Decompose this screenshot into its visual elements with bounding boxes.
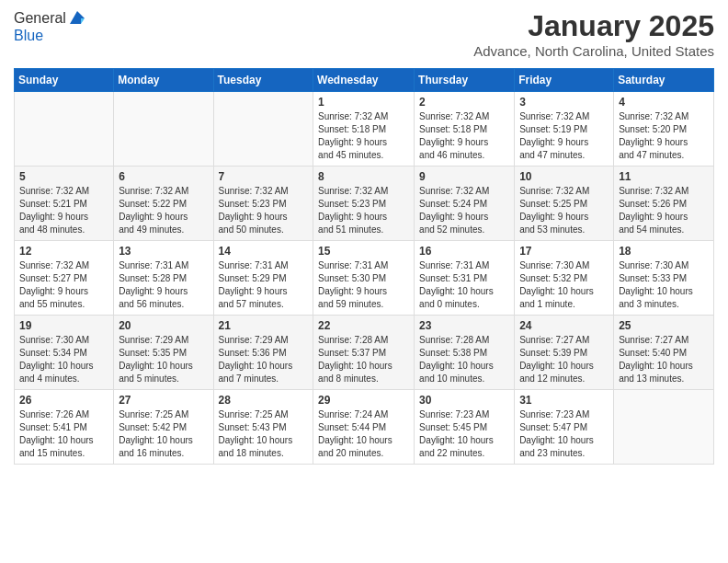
calendar-cell: 16Sunrise: 7:31 AM Sunset: 5:31 PM Dayli… [415,241,515,316]
weekday-header-wednesday: Wednesday [313,69,415,92]
weekday-header-sunday: Sunday [15,69,114,92]
day-number: 9 [419,170,509,183]
logo: General Blue [14,9,86,44]
day-number: 14 [219,245,309,258]
day-number: 6 [119,170,208,183]
calendar-cell: 3Sunrise: 7:32 AM Sunset: 5:19 PM Daylig… [515,92,614,167]
calendar-cell: 22Sunrise: 7:28 AM Sunset: 5:37 PM Dayli… [313,316,415,390]
day-number: 10 [519,170,609,183]
location-text: Advance, North Carolina, United States [473,43,714,59]
calendar-cell: 30Sunrise: 7:23 AM Sunset: 5:45 PM Dayli… [415,390,515,465]
page-container: General Blue January 2025 Advance, North… [0,0,728,474]
day-number: 30 [419,394,509,407]
calendar-cell: 20Sunrise: 7:29 AM Sunset: 5:35 PM Dayli… [114,316,213,390]
calendar-table: SundayMondayTuesdayWednesdayThursdayFrid… [14,68,714,465]
calendar-cell: 12Sunrise: 7:32 AM Sunset: 5:27 PM Dayli… [15,241,114,316]
day-number: 1 [318,96,409,109]
weekday-header-saturday: Saturday [614,69,714,92]
day-info: Sunrise: 7:23 AM Sunset: 5:47 PM Dayligh… [519,408,609,460]
calendar-cell [213,92,313,167]
calendar-week-3: 12Sunrise: 7:32 AM Sunset: 5:27 PM Dayli… [15,241,714,316]
calendar-cell: 18Sunrise: 7:30 AM Sunset: 5:33 PM Dayli… [614,241,714,316]
calendar-cell: 15Sunrise: 7:31 AM Sunset: 5:30 PM Dayli… [313,241,415,316]
day-number: 31 [519,394,609,407]
day-info: Sunrise: 7:26 AM Sunset: 5:41 PM Dayligh… [19,408,108,460]
weekday-header-friday: Friday [515,69,614,92]
day-number: 25 [619,319,709,332]
weekday-header-row: SundayMondayTuesdayWednesdayThursdayFrid… [15,69,714,92]
day-number: 28 [219,394,309,407]
calendar-cell: 31Sunrise: 7:23 AM Sunset: 5:47 PM Dayli… [515,390,614,465]
calendar-cell: 2Sunrise: 7:32 AM Sunset: 5:18 PM Daylig… [415,92,515,167]
day-info: Sunrise: 7:32 AM Sunset: 5:18 PM Dayligh… [419,110,509,162]
day-info: Sunrise: 7:23 AM Sunset: 5:45 PM Dayligh… [419,408,509,460]
day-number: 12 [19,245,108,258]
day-info: Sunrise: 7:32 AM Sunset: 5:23 PM Dayligh… [219,185,309,236]
day-number: 21 [219,319,309,332]
calendar-week-2: 5Sunrise: 7:32 AM Sunset: 5:21 PM Daylig… [15,167,714,241]
calendar-cell [15,92,114,167]
calendar-cell: 17Sunrise: 7:30 AM Sunset: 5:32 PM Dayli… [515,241,614,316]
day-info: Sunrise: 7:32 AM Sunset: 5:22 PM Dayligh… [119,185,208,236]
day-number: 26 [19,394,108,407]
day-number: 19 [19,319,108,332]
calendar-cell: 25Sunrise: 7:27 AM Sunset: 5:40 PM Dayli… [614,316,714,390]
day-number: 13 [119,245,208,258]
calendar-cell: 19Sunrise: 7:30 AM Sunset: 5:34 PM Dayli… [15,316,114,390]
calendar-cell: 13Sunrise: 7:31 AM Sunset: 5:28 PM Dayli… [114,241,213,316]
day-info: Sunrise: 7:25 AM Sunset: 5:43 PM Dayligh… [219,408,309,460]
day-info: Sunrise: 7:31 AM Sunset: 5:28 PM Dayligh… [119,259,208,311]
day-number: 16 [419,245,509,258]
day-info: Sunrise: 7:32 AM Sunset: 5:26 PM Dayligh… [619,185,709,236]
calendar-cell: 23Sunrise: 7:28 AM Sunset: 5:38 PM Dayli… [415,316,515,390]
calendar-cell: 5Sunrise: 7:32 AM Sunset: 5:21 PM Daylig… [15,167,114,241]
day-info: Sunrise: 7:32 AM Sunset: 5:24 PM Dayligh… [419,185,509,236]
title-block: January 2025 Advance, North Carolina, Un… [473,9,714,59]
calendar-cell: 7Sunrise: 7:32 AM Sunset: 5:23 PM Daylig… [213,167,313,241]
day-number: 20 [119,319,208,332]
day-info: Sunrise: 7:29 AM Sunset: 5:36 PM Dayligh… [219,334,309,385]
calendar-cell: 29Sunrise: 7:24 AM Sunset: 5:44 PM Dayli… [313,390,415,465]
svg-marker-1 [81,18,85,24]
logo-icon [68,9,86,28]
day-info: Sunrise: 7:32 AM Sunset: 5:20 PM Dayligh… [619,110,709,162]
day-info: Sunrise: 7:30 AM Sunset: 5:32 PM Dayligh… [519,259,609,311]
calendar-cell: 9Sunrise: 7:32 AM Sunset: 5:24 PM Daylig… [415,167,515,241]
day-info: Sunrise: 7:27 AM Sunset: 5:40 PM Dayligh… [619,334,709,385]
calendar-cell [614,390,714,465]
day-info: Sunrise: 7:32 AM Sunset: 5:25 PM Dayligh… [519,185,609,236]
month-title: January 2025 [473,9,714,43]
calendar-week-4: 19Sunrise: 7:30 AM Sunset: 5:34 PM Dayli… [15,316,714,390]
logo-general-text: General [14,10,66,27]
day-number: 18 [619,245,709,258]
day-info: Sunrise: 7:27 AM Sunset: 5:39 PM Dayligh… [519,334,609,385]
day-info: Sunrise: 7:28 AM Sunset: 5:37 PM Dayligh… [318,334,409,385]
day-info: Sunrise: 7:24 AM Sunset: 5:44 PM Dayligh… [318,408,409,460]
calendar-cell: 10Sunrise: 7:32 AM Sunset: 5:25 PM Dayli… [515,167,614,241]
calendar-cell: 8Sunrise: 7:32 AM Sunset: 5:23 PM Daylig… [313,167,415,241]
calendar-cell: 28Sunrise: 7:25 AM Sunset: 5:43 PM Dayli… [213,390,313,465]
day-info: Sunrise: 7:31 AM Sunset: 5:29 PM Dayligh… [219,259,309,311]
svg-marker-0 [70,11,85,24]
day-info: Sunrise: 7:29 AM Sunset: 5:35 PM Dayligh… [119,334,208,385]
day-number: 11 [619,170,709,183]
logo-blue-text: Blue [14,28,86,44]
calendar-week-1: 1Sunrise: 7:32 AM Sunset: 5:18 PM Daylig… [15,92,714,167]
day-number: 3 [519,96,609,109]
calendar-cell: 1Sunrise: 7:32 AM Sunset: 5:18 PM Daylig… [313,92,415,167]
day-info: Sunrise: 7:32 AM Sunset: 5:27 PM Dayligh… [19,259,108,311]
weekday-header-thursday: Thursday [415,69,515,92]
calendar-cell: 6Sunrise: 7:32 AM Sunset: 5:22 PM Daylig… [114,167,213,241]
calendar-cell [114,92,213,167]
calendar-cell: 27Sunrise: 7:25 AM Sunset: 5:42 PM Dayli… [114,390,213,465]
day-info: Sunrise: 7:32 AM Sunset: 5:21 PM Dayligh… [19,185,108,236]
calendar-week-5: 26Sunrise: 7:26 AM Sunset: 5:41 PM Dayli… [15,390,714,465]
day-number: 23 [419,319,509,332]
day-number: 4 [619,96,709,109]
calendar-cell: 21Sunrise: 7:29 AM Sunset: 5:36 PM Dayli… [213,316,313,390]
page-header: General Blue January 2025 Advance, North… [14,9,714,59]
day-number: 29 [318,394,409,407]
day-number: 7 [219,170,309,183]
weekday-header-tuesday: Tuesday [213,69,313,92]
day-info: Sunrise: 7:30 AM Sunset: 5:34 PM Dayligh… [19,334,108,385]
